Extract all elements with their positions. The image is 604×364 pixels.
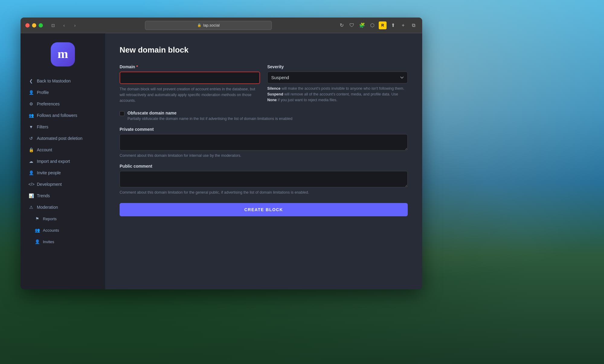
extensions-icon[interactable]: 🧩 — [358, 21, 366, 29]
trends-icon: 📊 — [28, 193, 34, 198]
sidebar-toggle-button[interactable]: ⊡ — [49, 22, 57, 29]
domain-input[interactable] — [120, 72, 260, 84]
tab-overview-icon[interactable]: ⧉ — [410, 21, 417, 29]
auto-delete-icon: ↺ — [28, 136, 34, 141]
readwise-icon[interactable]: R — [379, 21, 387, 29]
private-comment-hint: Comment about this domain limitation for… — [120, 153, 408, 158]
accounts-icon: 👥 — [34, 228, 40, 233]
domain-hint: The domain block will not prevent creati… — [120, 86, 260, 103]
domain-form-group: Domain * The domain block will not preve… — [120, 64, 260, 103]
shield-icon[interactable]: 🛡 — [348, 21, 356, 29]
browser-controls: ⊡ ‹ › — [49, 22, 79, 29]
share-icon[interactable]: ⬆ — [389, 21, 397, 29]
minimize-button[interactable] — [32, 23, 36, 27]
url-text: lap.social — [203, 23, 220, 27]
private-comment-label: Private comment — [120, 127, 408, 132]
back-button[interactable]: ‹ — [60, 22, 68, 29]
sidebar-item-profile[interactable]: 👤 Profile — [24, 87, 102, 98]
profile-icon: 👤 — [28, 90, 34, 95]
follows-icon: 👥 — [28, 113, 34, 118]
sidebar-label-trends: Trends — [37, 193, 50, 198]
domain-label: Domain * — [120, 64, 260, 69]
new-tab-icon[interactable]: + — [399, 21, 407, 29]
sidebar-label-filters: Filters — [37, 124, 48, 129]
back-arrow-icon: ❮ — [28, 79, 34, 83]
obfuscate-hint: Partially obfuscate the domain name in t… — [127, 117, 292, 121]
nav-items: ❮ Back to Mastodon 👤 Profile ⚙ Preferenc… — [21, 76, 105, 248]
obfuscate-checkbox[interactable] — [120, 111, 124, 116]
fullscreen-button[interactable] — [39, 23, 43, 27]
sidebar-item-invite-people[interactable]: 👤 Invite people — [24, 167, 102, 178]
suspend-strong: Suspend — [267, 92, 283, 96]
lock-icon: 🔒 — [197, 23, 201, 27]
sidebar: ❮ Back to Mastodon 👤 Profile ⚙ Preferenc… — [21, 33, 105, 289]
silence-strong: Silence — [267, 86, 281, 91]
required-star: * — [136, 64, 138, 69]
sidebar-item-accounts[interactable]: 👥 Accounts — [24, 225, 102, 236]
sidebar-label-accounts: Accounts — [43, 228, 59, 233]
sidebar-item-account[interactable]: 🔒 Account — [24, 144, 102, 155]
mastodon-logo — [51, 42, 75, 66]
reports-icon: ⚑ — [34, 216, 40, 221]
address-bar-wrapper: 🔒 lap.social — [83, 21, 334, 30]
sidebar-item-filters[interactable]: ▼ Filters — [24, 121, 102, 132]
close-button[interactable] — [25, 23, 30, 27]
sidebar-item-automated-post-deletion[interactable]: ↺ Automated post deletion — [24, 133, 102, 144]
sidebar-label-back-to-mastodon: Back to Mastodon — [37, 79, 71, 83]
main-content: New domain block Domain * The domain blo… — [105, 33, 422, 289]
sidebar-label-follows-followers: Follows and followers — [37, 113, 77, 118]
pocket-icon[interactable]: ⬡ — [368, 21, 376, 29]
obfuscate-label-group: Obfuscate domain name Partially obfuscat… — [127, 111, 292, 121]
sidebar-item-moderation[interactable]: ⚠ Moderation — [24, 202, 102, 213]
import-export-icon: ☁ — [28, 159, 34, 164]
sidebar-label-invite-people: Invite people — [37, 170, 61, 175]
development-icon: </> — [28, 182, 34, 187]
invite-icon: 👤 — [28, 170, 34, 175]
none-strong: None — [267, 98, 277, 102]
browser-actions: ↻ 🛡 🧩 ⬡ R ⬆ + ⧉ — [338, 21, 417, 29]
sidebar-label-account: Account — [37, 147, 52, 152]
sidebar-item-development[interactable]: </> Development — [24, 179, 102, 190]
sidebar-label-invites: Invites — [43, 240, 54, 244]
public-comment-section: Public comment Comment about this domain… — [120, 164, 408, 195]
obfuscate-label: Obfuscate domain name — [127, 111, 292, 115]
private-comment-textarea[interactable] — [120, 134, 408, 150]
sidebar-label-moderation: Moderation — [37, 205, 58, 210]
sidebar-item-import-export[interactable]: ☁ Import and export — [24, 156, 102, 167]
invites-icon: 👤 — [34, 239, 40, 244]
sidebar-label-automated-post-deletion: Automated post deletion — [37, 136, 82, 141]
severity-label: Severity — [267, 64, 408, 69]
severity-form-group: Severity Silence Suspend None Silence wi… — [267, 64, 408, 103]
sidebar-label-development: Development — [37, 182, 62, 187]
sidebar-item-invites[interactable]: 👤 Invites — [24, 236, 102, 247]
browser-chrome: ⊡ ‹ › 🔒 lap.social ↻ 🛡 🧩 ⬡ R ⬆ + ⧉ — [21, 18, 422, 33]
severity-select[interactable]: Silence Suspend None — [267, 72, 408, 83]
severity-hint: Silence will make the account's posts in… — [267, 86, 408, 103]
private-comment-section: Private comment Comment about this domai… — [120, 127, 408, 158]
create-block-button[interactable]: CREATE BLOCK — [120, 203, 408, 216]
address-bar[interactable]: 🔒 lap.social — [145, 21, 272, 30]
public-comment-textarea[interactable] — [120, 171, 408, 187]
page-title: New domain block — [120, 45, 408, 55]
filters-icon: ▼ — [28, 124, 34, 129]
sidebar-label-preferences: Preferences — [37, 101, 59, 106]
sidebar-item-trends[interactable]: 📊 Trends — [24, 190, 102, 201]
forward-button[interactable]: › — [71, 22, 79, 29]
public-comment-hint: Comment about this domain limitation for… — [120, 190, 408, 195]
obfuscate-row: Obfuscate domain name Partially obfuscat… — [120, 111, 408, 121]
sidebar-label-profile: Profile — [37, 90, 49, 95]
public-comment-label: Public comment — [120, 164, 408, 169]
browser-window: ⊡ ‹ › 🔒 lap.social ↻ 🛡 🧩 ⬡ R ⬆ + ⧉ — [21, 18, 422, 289]
sidebar-item-follows-followers[interactable]: 👥 Follows and followers — [24, 110, 102, 121]
preferences-icon: ⚙ — [28, 101, 34, 106]
sidebar-item-reports[interactable]: ⚑ Reports — [24, 213, 102, 224]
traffic-lights — [25, 23, 43, 27]
account-lock-icon: 🔒 — [28, 147, 34, 152]
reload-button[interactable]: ↻ — [338, 21, 345, 29]
sidebar-label-import-export: Import and export — [37, 159, 70, 164]
sidebar-item-preferences[interactable]: ⚙ Preferences — [24, 98, 102, 109]
sidebar-item-back-to-mastodon[interactable]: ❮ Back to Mastodon — [24, 76, 102, 86]
sidebar-label-reports: Reports — [43, 217, 57, 221]
browser-content: ❮ Back to Mastodon 👤 Profile ⚙ Preferenc… — [21, 33, 422, 289]
moderation-icon: ⚠ — [28, 205, 34, 210]
